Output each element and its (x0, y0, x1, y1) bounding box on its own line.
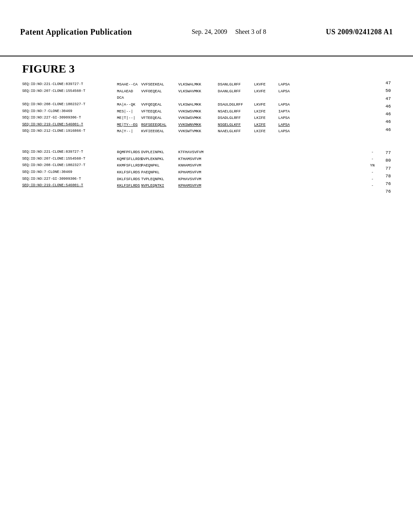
num-line: 46 (386, 103, 391, 110)
col6-5: LAPSA (278, 115, 298, 122)
bot-row-2: SEQ:ID:NO:207·CLONE:1554560·T KQMFSFLLRD… (22, 156, 391, 163)
mid-num: 76 (386, 180, 391, 188)
bot-seq-id-4: SEQ:ID:NO:7·CLONE:30469 (22, 169, 117, 176)
bot-col3-5: KPHAVSVFVM (178, 176, 218, 183)
seq-row-4: SEQ:ID:NO:7·CLONE:30469 MES|--| VFTEEQEA… (22, 108, 391, 115)
dashes-column: - - YN - - - (370, 149, 375, 189)
dash-4: - (370, 169, 375, 176)
section-spacer (22, 135, 391, 149)
mid-num: 80 (386, 157, 391, 164)
col2-4: VFTEEQEAL (141, 108, 178, 115)
col6-4: IAPTA (278, 108, 298, 115)
col1-1: MSAAE--CA (117, 81, 141, 88)
mid-num: 77 (386, 165, 391, 172)
seq-id-6: SEQ:ID:NO:219·CLONE:546001·T (22, 122, 117, 129)
col4-1: DSANLGLRFF (218, 81, 254, 88)
bot-col2-4: PAEQNPKL (141, 169, 178, 176)
bot-row-4: SEQ:ID:NO:7·CLONE:30469 KKLFSFLRDS PAEQN… (22, 169, 391, 176)
bot-col1-4: KKLFSFLRDS (117, 169, 141, 176)
bot-seq-id-1: SEQ:ID:NO:221·CLONE:839727·T (22, 149, 117, 156)
col3-5: VVKSWSVMKK (178, 115, 218, 122)
bot-col2-2: DVPLEKNPKL (141, 156, 178, 163)
col6-3: LAPSA (278, 102, 298, 108)
top-sequence-block: 47 50 47 46 46 46 46 SEQ:ID:NO:221·CLONE… (22, 81, 391, 135)
mid-numbers: 77 80 77 78 76 76 (386, 149, 391, 196)
publication-date: Sep. 24, 2009 (192, 28, 227, 35)
mid-num: 77 (386, 149, 391, 157)
bot-col2-1: DVPLEINPKL (141, 149, 178, 156)
sheet-info: Sheet 3 of 8 (235, 28, 266, 35)
dash-1: - (370, 149, 375, 156)
bot-col2-5: TVPLEQNPKL (141, 176, 178, 183)
bot-col1-3: KKMFSFLLRDS (117, 162, 141, 169)
col3-2: VLKSWAVMKK (178, 88, 218, 102)
bot-col3-4: KPHAMSVFVM (178, 169, 218, 176)
col6-2: LAPSA (278, 88, 298, 102)
col5-5: LKIFE (254, 115, 278, 122)
col4-4: NSAELGLRFF (218, 108, 254, 115)
bot-row-5: SEQ:ID:NO:227·GI·30909306·T DKLFSFLRDS T… (22, 176, 391, 183)
col6-7: LAPSA (278, 128, 298, 135)
bot-col3-1: KTFHAVSVFVM (178, 149, 218, 156)
num-line: 47 (386, 79, 391, 87)
col4-7: NAAELGLKFF (218, 128, 254, 135)
bot-col3-6: KPHAMSVFVM (178, 183, 218, 189)
publication-title: Patent Application Publication (20, 27, 132, 37)
dash-6: - (370, 183, 375, 189)
col5-3: LKVFE (254, 102, 278, 108)
col5-4: LKIFE (254, 108, 278, 115)
col5-2: LKVFE (254, 88, 278, 102)
mid-section: 77 80 77 78 76 76 - - YN - - - SEQ:ID:NO… (22, 149, 391, 189)
col4-2: DAANLGLRFF (218, 88, 254, 102)
seq-id-1: SEQ:ID:NO:221·CLONE:839727·T (22, 81, 117, 88)
col3-3: VLKSWALMKK (178, 102, 218, 108)
col1-7: MA|Y--| (117, 128, 141, 135)
bot-seq-id-6: SEQ:ID:NO:219·CLONE:546001·T (22, 183, 117, 189)
col6-1: LAPSA (278, 81, 298, 88)
num-line: 46 (386, 110, 391, 118)
top-numbers: 47 50 47 46 46 46 46 (386, 79, 391, 134)
seq-id-3: SEQ:ID:NO:208·CLONE:1802327·T (22, 102, 117, 108)
bot-col1-6: KKLFSFLRDS (117, 183, 141, 189)
bot-col3-2: KTHAMSVFVM (178, 156, 218, 163)
header-date-sheet: Sep. 24, 2009 Sheet 3 of 8 (192, 28, 266, 35)
mid-num: 76 (386, 188, 391, 195)
col4-3: DSAULDGLRFF (218, 102, 254, 108)
col3-6: VVKSWNVMKK (178, 122, 218, 129)
col5-1: LKVFE (254, 81, 278, 88)
main-content: FIGURE 3 47 50 47 46 46 46 46 SEQ:ID:NO:… (22, 62, 391, 524)
seq-row-7: SEQ:ID:NO:212·CLONE:1916866·T MA|Y--| KV… (22, 128, 391, 135)
dash-3: YN (370, 162, 375, 169)
col2-5: VFTEEQEAL (141, 115, 178, 122)
patent-number: US 2009/0241208 A1 (326, 28, 393, 36)
bot-col1-5: DKLFSFLRDS (117, 176, 141, 183)
col3-1: VLKSWALMKK (178, 81, 218, 88)
seq-id-2: SEQ:ID:NO:207·CLONE:1554560·T (22, 88, 117, 102)
col1-3: MA|A--QK (117, 102, 141, 108)
col2-2: VVFOEQEAL (141, 88, 178, 102)
bot-seq-id-3: SEQ:ID:NO:208·CLONE:1802327·T (22, 162, 117, 169)
col5-6: LKIFE (254, 122, 278, 129)
seq-row-5: SEQ:ID:NO:227·GI·30909306·T ME|T|--| VFT… (22, 115, 391, 122)
figure-label: FIGURE 3 (22, 62, 391, 75)
col2-7: KVFIEEOEAL (141, 128, 178, 135)
seq-id-4: SEQ:ID:NO:7·CLONE:30469 (22, 108, 117, 115)
col1-4: MES|--| (117, 108, 141, 115)
bot-col3-3: KNHAMSVFVM (178, 162, 218, 169)
num-line: 46 (386, 118, 391, 126)
col3-7: VVKSWTVMKK (178, 128, 218, 135)
col1-5: ME|T|--| (117, 115, 141, 122)
dash-5: - (370, 176, 375, 183)
col4-5: DSADLGLRFF (218, 115, 254, 122)
col4-6: NSGELGLKFF (218, 122, 254, 129)
bot-col2-6: NVPLEQNTKI (141, 183, 178, 189)
seq-id-7: SEQ:ID:NO:212·CLONE:1916866·T (22, 128, 117, 135)
mid-num: 78 (386, 172, 391, 180)
bot-col2-3: PAEQNPKL (141, 162, 178, 169)
col2-1: VVFSEEKEAL (141, 81, 178, 88)
col6-6: LAPSA (278, 122, 298, 129)
col2-3: VVFQEQEAL (141, 102, 178, 108)
dash-2: - (370, 156, 375, 163)
col1-2: MALAEAD DCA (117, 88, 141, 102)
seq-id-5: SEQ:ID:NO:227·GI·30909306·T (22, 115, 117, 122)
